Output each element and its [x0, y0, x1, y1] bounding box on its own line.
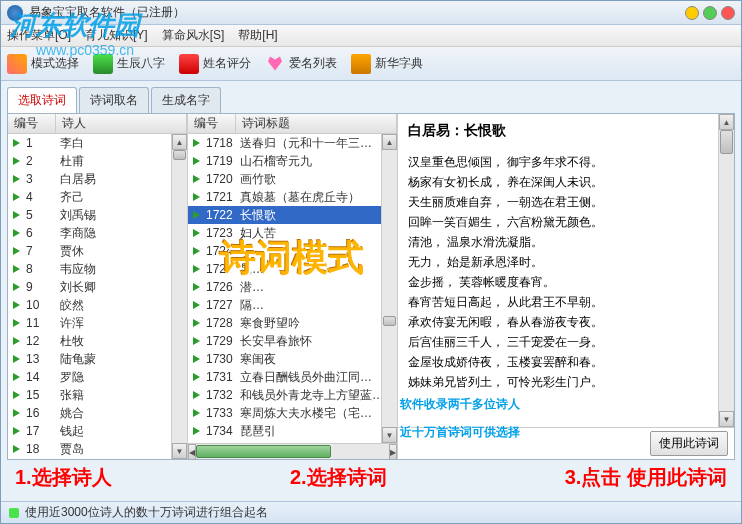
poem-title-text: 送春归（元和十一年三… — [236, 135, 381, 152]
minimize-button[interactable] — [685, 6, 699, 20]
poet-list[interactable]: 1李白2杜甫3白居易4齐己5刘禹锡6李商隐7贾休8韦应物9刘长卿10皎然11许浑… — [8, 134, 171, 459]
list-item[interactable]: 1727隔… — [188, 296, 381, 314]
scroll-right-button[interactable]: ▶ — [389, 444, 397, 460]
row-number: 1 — [24, 136, 56, 150]
poet-name: 李商隐 — [56, 225, 171, 242]
app-window: 易象宝宝取名软件（已注册） 操作菜单[O] 育儿知识[Y] 算命风水[S] 帮助… — [0, 0, 742, 524]
list-item[interactable]: 16姚合 — [8, 404, 171, 422]
row-number: 15 — [24, 388, 56, 402]
tab-poem-naming[interactable]: 诗词取名 — [79, 87, 149, 113]
use-poem-button[interactable]: 使用此诗词 — [650, 431, 728, 456]
list-item[interactable]: 9刘长卿 — [8, 278, 171, 296]
list-item[interactable]: 13陆龟蒙 — [8, 350, 171, 368]
list-item[interactable]: 8韦应物 — [8, 260, 171, 278]
tab-generate-name[interactable]: 生成名字 — [151, 87, 221, 113]
maximize-button[interactable] — [703, 6, 717, 20]
poet-name: 杜牧 — [56, 333, 171, 350]
poem-title: 白居易：长恨歌 — [398, 114, 718, 148]
row-number: 10 — [24, 298, 56, 312]
step-3-label: 3.点击 使用此诗词 — [565, 464, 727, 491]
list-item[interactable]: 5刘禹锡 — [8, 206, 171, 224]
scroll-thumb[interactable] — [720, 130, 733, 154]
poem-line: 天生丽质难自弃， 一朝选在君王侧。 — [408, 192, 708, 212]
play-icon — [188, 391, 204, 399]
play-icon — [8, 175, 24, 183]
list-item[interactable]: 1719山石榴寄元九 — [188, 152, 381, 170]
list-item[interactable]: 1733寒周炼大夫水楼宅（宅… — [188, 404, 381, 422]
list-item[interactable]: 1731立春日酬钱员外曲江同… — [188, 368, 381, 386]
scroll-track[interactable] — [719, 130, 734, 411]
list-item[interactable]: 10皎然 — [8, 296, 171, 314]
list-item[interactable]: 1732和钱员外青龙寺上方望蓝… — [188, 386, 381, 404]
scroll-track[interactable] — [382, 150, 397, 427]
list-item[interactable]: 4齐己 — [8, 188, 171, 206]
poem-title-text: 隔… — [236, 297, 381, 314]
poet-name: 韦应物 — [56, 261, 171, 278]
list-item[interactable]: 1722长恨歌 — [188, 206, 381, 224]
row-number: 5 — [24, 208, 56, 222]
list-item[interactable]: 1720画竹歌 — [188, 170, 381, 188]
list-item[interactable]: 1728寒食野望吟 — [188, 314, 381, 332]
book-icon — [351, 54, 371, 74]
list-item[interactable]: 15张籍 — [8, 386, 171, 404]
list-item[interactable]: 11许浑 — [8, 314, 171, 332]
scroll-track[interactable] — [172, 150, 187, 443]
list-item[interactable]: 3白居易 — [8, 170, 171, 188]
dictionary-button[interactable]: 新华字典 — [351, 54, 423, 74]
list-item[interactable]: 1734琵琶引 — [188, 422, 381, 440]
menu-fengshui[interactable]: 算命风水[S] — [162, 27, 225, 44]
poem-scrollbar[interactable]: ▲ ▼ — [381, 134, 397, 443]
list-item[interactable]: 1李白 — [8, 134, 171, 152]
play-icon — [8, 247, 24, 255]
poet-scrollbar[interactable]: ▲ ▼ — [171, 134, 187, 459]
row-number: 6 — [24, 226, 56, 240]
scroll-down-button[interactable]: ▼ — [172, 443, 187, 459]
scroll-down-button[interactable]: ▼ — [719, 411, 734, 427]
poem-line: 承欢侍宴无闲暇， 春从春游夜专夜。 — [408, 312, 708, 332]
score-icon — [179, 54, 199, 74]
hscroll-thumb[interactable] — [196, 445, 331, 458]
play-icon — [8, 229, 24, 237]
list-item[interactable]: 7贾休 — [8, 242, 171, 260]
poem-hscrollbar[interactable]: ◀ ▶ — [188, 443, 397, 459]
list-item[interactable]: 18贾岛 — [8, 440, 171, 458]
scroll-thumb[interactable] — [173, 150, 186, 160]
poem-line: 汉皇重色思倾国， 御宇多年求不得。 — [408, 152, 708, 172]
content-scrollbar[interactable]: ▲ ▼ — [718, 114, 734, 427]
play-icon — [188, 229, 204, 237]
list-item[interactable]: 1730寒闺夜 — [188, 350, 381, 368]
scroll-thumb[interactable] — [383, 316, 396, 326]
list-item[interactable]: 2杜甫 — [8, 152, 171, 170]
scroll-left-button[interactable]: ◀ — [188, 444, 196, 460]
list-item[interactable]: 1729长安早春旅怀 — [188, 332, 381, 350]
play-icon — [188, 337, 204, 345]
list-item[interactable]: 1721真娘墓（墓在虎丘寺） — [188, 188, 381, 206]
row-number: 9 — [24, 280, 56, 294]
scroll-down-button[interactable]: ▼ — [382, 427, 397, 443]
row-number: 11 — [24, 316, 56, 330]
list-item[interactable]: 12杜牧 — [8, 332, 171, 350]
list-item[interactable]: 1718送春归（元和十一年三… — [188, 134, 381, 152]
scroll-up-button[interactable]: ▲ — [382, 134, 397, 150]
scroll-up-button[interactable]: ▲ — [719, 114, 734, 130]
menu-help[interactable]: 帮助[H] — [238, 27, 277, 44]
poet-name: 陆龟蒙 — [56, 351, 171, 368]
tab-select-poem[interactable]: 选取诗词 — [7, 87, 77, 113]
poem-title-text: 和钱员外青龙寺上方望蓝… — [236, 387, 381, 404]
close-button[interactable] — [721, 6, 735, 20]
row-number: 1720 — [204, 172, 236, 186]
scroll-up-button[interactable]: ▲ — [172, 134, 187, 150]
score-button[interactable]: 姓名评分 — [179, 54, 251, 74]
list-item[interactable]: 14罗隐 — [8, 368, 171, 386]
poem-title-list[interactable]: 1718送春归（元和十一年三…1719山石榴寄元九1720画竹歌1721真娘墓（… — [188, 134, 381, 443]
love-list-button[interactable]: 爱名列表 — [265, 54, 337, 74]
header-title: 诗词标题 — [236, 114, 397, 133]
row-number: 1734 — [204, 424, 236, 438]
header-poet: 诗人 — [56, 114, 187, 133]
list-item[interactable]: 6李商隐 — [8, 224, 171, 242]
poet-name: 张籍 — [56, 387, 171, 404]
hscroll-track[interactable] — [196, 444, 389, 459]
list-item[interactable]: 17钱起 — [8, 422, 171, 440]
poem-list-header: 编号 诗词标题 — [188, 114, 397, 134]
overlay-mode-label: 诗词模式 — [220, 234, 364, 283]
